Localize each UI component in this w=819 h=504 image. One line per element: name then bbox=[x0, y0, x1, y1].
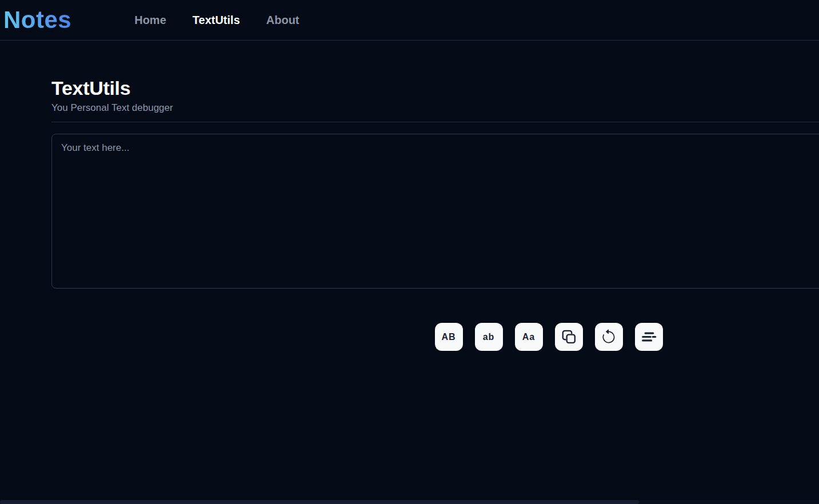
uppercase-icon: AB bbox=[441, 332, 456, 342]
lowercase-icon: ab bbox=[483, 332, 495, 342]
uppercase-button[interactable]: AB bbox=[435, 323, 463, 351]
toolbar: AB ab Aa bbox=[51, 323, 819, 351]
copy-button[interactable] bbox=[555, 323, 583, 351]
lowercase-button[interactable]: ab bbox=[475, 323, 503, 351]
horizontal-scrollbar-thumb[interactable] bbox=[0, 500, 639, 504]
capitalize-icon: Aa bbox=[522, 332, 535, 342]
undo-arrow-icon bbox=[601, 329, 617, 345]
undo-button[interactable] bbox=[595, 323, 623, 351]
main-content: TextUtils You Personal Text debugger AB … bbox=[0, 77, 819, 351]
nav-link-textutils[interactable]: TextUtils bbox=[193, 14, 240, 27]
text-input-area[interactable] bbox=[51, 134, 819, 289]
capitalize-button[interactable]: Aa bbox=[515, 323, 543, 351]
nav-links: Home TextUtils About bbox=[134, 14, 299, 27]
page-title: TextUtils bbox=[51, 77, 819, 99]
text-lines-icon bbox=[641, 329, 657, 345]
remove-extra-spaces-button[interactable] bbox=[635, 323, 663, 351]
horizontal-scrollbar[interactable] bbox=[0, 500, 819, 504]
nav-link-home[interactable]: Home bbox=[134, 14, 166, 27]
nav-link-about[interactable]: About bbox=[266, 14, 299, 27]
page-subtitle: You Personal Text debugger bbox=[51, 102, 819, 114]
navbar: Notes Home TextUtils About bbox=[0, 0, 819, 41]
copy-icon bbox=[561, 329, 577, 345]
app-logo[interactable]: Notes bbox=[3, 8, 71, 32]
divider bbox=[51, 122, 819, 122]
